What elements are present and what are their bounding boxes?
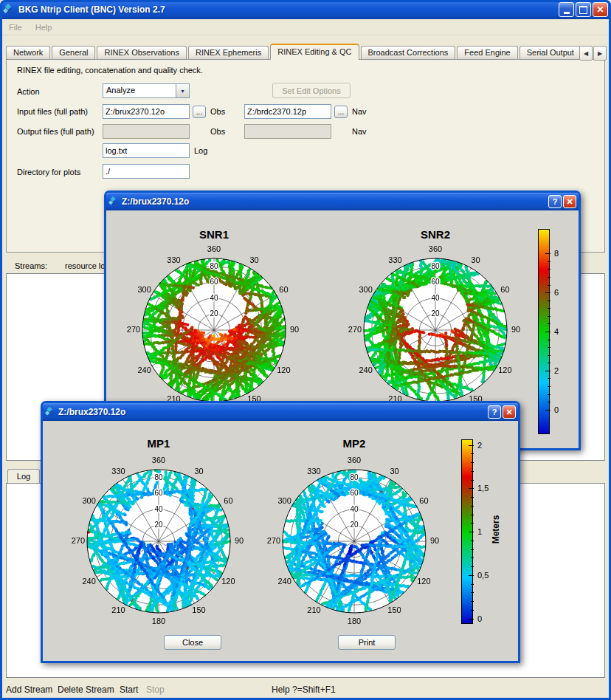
output-obs-suffix-label: Obs xyxy=(210,127,225,136)
colorbar-minor-tick xyxy=(471,462,474,463)
close-button[interactable]: ✕ xyxy=(593,2,608,17)
output-obs-file-field xyxy=(103,124,190,139)
obs-suffix-label: Obs xyxy=(210,107,225,116)
statusbar-add-stream[interactable]: Add Stream xyxy=(6,684,52,695)
colorbar-minor-tick xyxy=(471,523,474,524)
tab-rinex-ephemeris[interactable]: RINEX Ephemeris xyxy=(188,46,269,59)
tab-serial-output[interactable]: Serial Output xyxy=(519,46,581,59)
colorbar-minor-tick xyxy=(471,566,474,567)
colorbar-minor-tick xyxy=(471,557,474,558)
colorbar-minor-tick xyxy=(548,316,550,317)
colorbar-tick-mark xyxy=(545,410,550,411)
dialog-titlebar[interactable]: Z:/brux2370.12o ? ✕ xyxy=(43,403,518,421)
tab-feed-engine[interactable]: Feed Engine xyxy=(457,46,517,59)
dialog-title: Z:/brux2370.12o xyxy=(58,407,486,417)
colorbar-minor-tick xyxy=(548,308,550,309)
help-button[interactable]: ? xyxy=(488,405,501,419)
tab-scroll: ◀ ▶ xyxy=(579,46,607,61)
colorbar-minor-tick xyxy=(548,277,550,278)
close-dialog-button[interactable]: Close xyxy=(164,635,221,650)
colorbar-unit-label: Meters xyxy=(491,502,501,557)
menu-help[interactable]: Help xyxy=(29,23,59,32)
colorbar-minor-tick xyxy=(548,378,550,379)
colorbar-minor-tick xyxy=(471,584,474,585)
close-icon[interactable]: ✕ xyxy=(503,405,516,419)
colorbar-tick-label: 0 xyxy=(477,614,482,623)
colorbar-tick-mark xyxy=(469,619,474,620)
colorbar-minor-tick xyxy=(471,549,474,550)
colorbar-tick-mark xyxy=(545,253,550,254)
colorbar-tick-label: 4 xyxy=(554,327,559,336)
colorbar-minor-tick xyxy=(548,261,550,262)
tab-scroll-right-icon[interactable]: ▶ xyxy=(593,46,607,61)
statusbar-delete-stream[interactable]: Delete Stream xyxy=(58,684,114,695)
tab-rinex-editing-qc[interactable]: RINEX Editing & QC xyxy=(270,44,359,60)
colorbar-minor-tick xyxy=(471,453,474,454)
mp1-skyplot xyxy=(61,447,256,628)
colorbar-minor-tick xyxy=(548,340,550,340)
colorbar-minor-tick xyxy=(548,363,550,363)
action-select[interactable]: Analyze ▼ xyxy=(103,83,190,98)
set-edit-options-button: Set Edit Options xyxy=(272,83,351,98)
minimize-icon xyxy=(564,12,570,14)
colorbar-minor-tick xyxy=(471,601,474,602)
nav-suffix-label: Nav xyxy=(352,107,367,116)
print-button[interactable]: Print xyxy=(338,635,396,650)
tab-broadcast-corrections[interactable]: Broadcast Corrections xyxy=(361,46,456,59)
snr-colorbar: 86420 xyxy=(538,229,572,434)
statusbar-stop: Stop xyxy=(146,684,165,695)
colorbar-minor-tick xyxy=(548,285,550,286)
colorbar-tick-label: 0,5 xyxy=(477,571,489,580)
colorbar-tick-label: 8 xyxy=(554,249,559,258)
colorbar-tick-mark xyxy=(545,371,550,371)
colorbar-tick-mark xyxy=(469,532,474,532)
panel-intro: RINEX file editing, concatenation and qu… xyxy=(17,66,203,75)
log-suffix-label: Log xyxy=(194,146,207,155)
tab-log[interactable]: Log xyxy=(7,469,40,483)
output-files-label: Output files (full path) xyxy=(17,127,94,136)
colorbar-minor-tick xyxy=(471,610,474,611)
colorbar-minor-tick xyxy=(471,480,474,481)
chevron-down-icon: ▼ xyxy=(176,84,189,97)
tab-network[interactable]: Network xyxy=(6,46,50,59)
tab-scroll-left-icon[interactable]: ◀ xyxy=(579,46,593,61)
statusbar-help: Help ?=Shift+F1 xyxy=(272,684,336,695)
main-titlebar[interactable]: BKG Ntrip Client (BNC) Version 2.7 ✕ xyxy=(0,0,611,19)
colorbar-tick-label: 1,5 xyxy=(477,484,489,493)
maximize-button[interactable] xyxy=(576,2,591,17)
browse-nav-button[interactable]: ... xyxy=(334,106,348,118)
plots-dir-label: Directory for plots xyxy=(17,168,80,176)
menu-file[interactable]: File xyxy=(2,23,29,32)
colorbar-minor-tick xyxy=(548,301,550,301)
plots-dir-field[interactable] xyxy=(103,164,190,179)
colorbar-tick-mark xyxy=(469,445,474,446)
browse-obs-button[interactable]: ... xyxy=(193,106,206,118)
dialog-icon xyxy=(45,407,55,417)
colorbar-minor-tick xyxy=(471,515,474,515)
maximize-icon xyxy=(579,6,587,14)
colorbar-tick-label: 0 xyxy=(554,405,559,414)
minimize-button[interactable] xyxy=(559,2,574,17)
input-nav-file-field[interactable] xyxy=(244,104,331,119)
statusbar-start[interactable]: Start xyxy=(120,684,138,695)
menubar: File Help xyxy=(2,19,609,35)
action-label: Action xyxy=(17,87,40,96)
input-obs-file-field[interactable] xyxy=(103,104,190,119)
colorbar-minor-tick xyxy=(471,471,474,472)
close-icon[interactable]: ✕ xyxy=(563,195,576,208)
help-button[interactable]: ? xyxy=(548,195,562,208)
tabbar: Network General RINEX Observations RINEX… xyxy=(6,44,581,60)
colorbar-tick-mark xyxy=(469,488,474,489)
colorbar-minor-tick xyxy=(548,269,550,270)
colorbar-minor-tick xyxy=(548,355,550,356)
colorbar-minor-tick xyxy=(471,541,474,541)
logfile-field[interactable] xyxy=(103,143,190,158)
output-nav-file-field xyxy=(244,124,331,139)
tab-general[interactable]: General xyxy=(52,46,95,59)
tab-rinex-observations[interactable]: RINEX Observations xyxy=(97,46,186,59)
snr2-skyplot xyxy=(338,236,533,417)
colorbar-minor-tick xyxy=(471,592,474,593)
dialog-titlebar[interactable]: Z:/brux2370.12o ? ✕ xyxy=(106,193,579,210)
colorbar-tick-label: 1 xyxy=(477,527,482,536)
colorbar-minor-tick xyxy=(548,394,550,395)
